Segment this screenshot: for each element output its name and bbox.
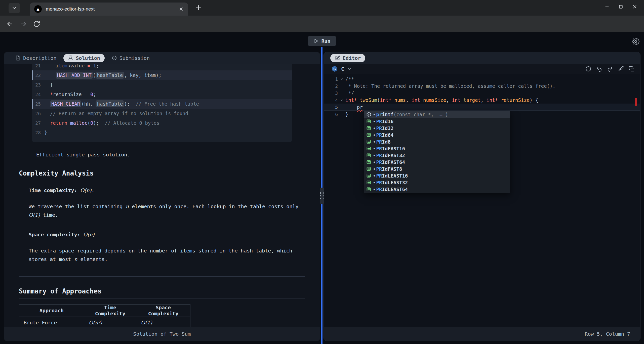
browser-tab[interactable]: ▲ monaco-editor-lsp-next	[30, 3, 188, 16]
redo-icon[interactable]	[607, 66, 613, 72]
reload-icon[interactable]	[33, 20, 40, 27]
fold-chevron-icon	[340, 98, 344, 102]
tab-submission-label: Submission	[119, 55, 150, 61]
field-icon	[366, 119, 371, 124]
autocomplete-item[interactable]: •printf(const char *, … )	[364, 111, 510, 118]
autocomplete-item[interactable]: •PRId16	[364, 118, 510, 125]
window-close-icon[interactable]	[632, 4, 637, 10]
field-icon	[366, 180, 371, 185]
forward-icon[interactable]	[20, 20, 27, 28]
autocomplete-item[interactable]: •PRId8	[364, 138, 510, 145]
tab-editor[interactable]: Editor	[330, 54, 365, 62]
flask-icon	[68, 55, 73, 61]
code-line: 24 *returnSize = 0;	[32, 90, 292, 99]
field-icon	[366, 126, 371, 131]
run-label: Run	[321, 38, 330, 44]
copy-icon[interactable]	[629, 66, 635, 72]
tab-solution-label: Solution	[76, 55, 100, 61]
browser-tab-strip: ▲ monaco-editor-lsp-next	[0, 0, 644, 16]
code-line: 25 HASH_CLEAR(hh, hashTable); // Free th…	[32, 99, 292, 109]
editor-line[interactable]: 4int* twoSum(int* nums, int numsSize, in…	[324, 97, 640, 104]
table-header: Time Complexity	[84, 305, 136, 317]
site-favicon-icon: ▲	[34, 5, 42, 13]
new-tab-button[interactable]	[195, 4, 202, 12]
undo-icon[interactable]	[596, 66, 602, 72]
summary-heading: Summary of Approaches	[19, 287, 305, 295]
autocomplete-popup[interactable]: •printf(const char *, … )•PRId16•PRId32•…	[364, 111, 510, 193]
window-maximize-icon[interactable]	[618, 4, 623, 9]
editor-line[interactable]: 1/**	[324, 75, 640, 82]
back-icon[interactable]	[6, 20, 14, 28]
field-icon	[366, 187, 371, 192]
section-divider	[19, 276, 305, 277]
snippet-cube-icon	[366, 112, 371, 117]
editor-statusbar: Row 5, Column 7	[324, 327, 640, 341]
field-icon	[366, 146, 371, 151]
problem-panel: Description Solution Submission 21 item→…	[4, 52, 320, 341]
text-cursor	[363, 104, 363, 110]
tab-title: monaco-editor-lsp-next	[46, 6, 176, 12]
error-marker	[635, 98, 637, 106]
code-line: 22 HASH_ADD_INT(hashTable, key, item);	[32, 70, 292, 80]
solution-code-block: 21 item→value = 1;22 HASH_ADD_INT(hashTa…	[32, 64, 292, 142]
browser-toolbar: localhost:3000/playground f	[0, 16, 644, 32]
autocomplete-item[interactable]: •PRIdLEAST16	[364, 172, 510, 179]
tab-description[interactable]: Description	[11, 54, 61, 62]
autocomplete-item[interactable]: •PRId32	[364, 125, 510, 132]
autocomplete-item[interactable]: •PRIdFAST64	[364, 159, 510, 165]
editor-toolbar: C C	[324, 64, 640, 74]
time-complexity-line: Time complexity: O(n).	[29, 186, 302, 195]
autocomplete-item[interactable]: •PRId64	[364, 132, 510, 138]
field-icon	[366, 153, 371, 158]
code-line: 23 }	[32, 80, 292, 90]
problem-footer: Solution of Two Sum	[4, 327, 320, 341]
tab-search-button[interactable]	[9, 3, 20, 13]
tab-close-icon[interactable]	[179, 7, 184, 12]
playground-app: Run Description Solution Submission 21 i…	[0, 32, 644, 344]
check-circle-icon	[112, 55, 117, 61]
run-button[interactable]: Run	[308, 36, 336, 46]
svg-text:C: C	[333, 67, 336, 71]
tab-solution[interactable]: Solution	[63, 54, 104, 62]
reset-icon[interactable]	[585, 66, 591, 72]
code-line: 26 // Return an empty array if no soluti…	[32, 109, 292, 118]
play-icon	[313, 38, 318, 44]
pencil-square-icon	[335, 55, 340, 61]
editor-line[interactable]: 5 pr	[324, 104, 640, 111]
language-selector[interactable]: C C	[331, 65, 352, 72]
editor-line[interactable]: 3 */	[324, 90, 640, 97]
time-complexity-paragraph: We traverse the list containing n elemen…	[29, 202, 302, 219]
approaches-table: ApproachTime ComplexitySpace ComplexityB…	[19, 304, 190, 327]
solution-intro-text: Efficient single-pass solution.	[36, 150, 305, 159]
field-icon	[366, 173, 371, 178]
fold-chevron-icon	[340, 77, 344, 81]
autocomplete-item[interactable]: •PRIdFAST16	[364, 145, 510, 152]
window-minimize-icon[interactable]	[604, 4, 610, 10]
tab-submission[interactable]: Submission	[107, 54, 154, 62]
code-line: 28}	[32, 128, 292, 137]
code-line: 21 item→value = 1;	[32, 64, 292, 70]
settings-gear-icon[interactable]	[632, 38, 639, 45]
format-icon[interactable]	[618, 66, 624, 72]
heading-underline	[19, 298, 305, 299]
problem-tabs: Description Solution Submission	[4, 52, 320, 64]
complexity-analysis-heading: Complexity Analysis	[19, 169, 305, 177]
field-icon	[366, 166, 371, 171]
code-editor[interactable]: 1/**2 * Note: The returned array must be…	[324, 74, 640, 327]
space-complexity-line: Space complexity: O(n).	[29, 230, 302, 239]
editor-line[interactable]: 2 * Note: The returned array must be mal…	[324, 82, 640, 90]
table-header: Space Complexity	[136, 305, 190, 317]
document-icon	[15, 55, 21, 61]
autocomplete-item[interactable]: •PRIdLEAST64	[364, 186, 510, 193]
solution-content[interactable]: 21 item→value = 1;22 HASH_ADD_INT(hashTa…	[4, 64, 320, 327]
table-header: Approach	[19, 305, 84, 317]
problem-footer-text: Solution of Two Sum	[133, 331, 191, 337]
field-icon	[366, 139, 371, 144]
plus-icon	[195, 4, 202, 12]
table-row: Brute ForceO(n²)O(1)	[19, 317, 190, 327]
autocomplete-item[interactable]: •PRIdFAST32	[364, 152, 510, 159]
editor-tabs: Editor	[324, 52, 640, 64]
field-icon	[366, 160, 371, 164]
autocomplete-item[interactable]: •PRIdLEAST32	[364, 179, 510, 186]
autocomplete-item[interactable]: •PRIdFAST8	[364, 165, 510, 172]
